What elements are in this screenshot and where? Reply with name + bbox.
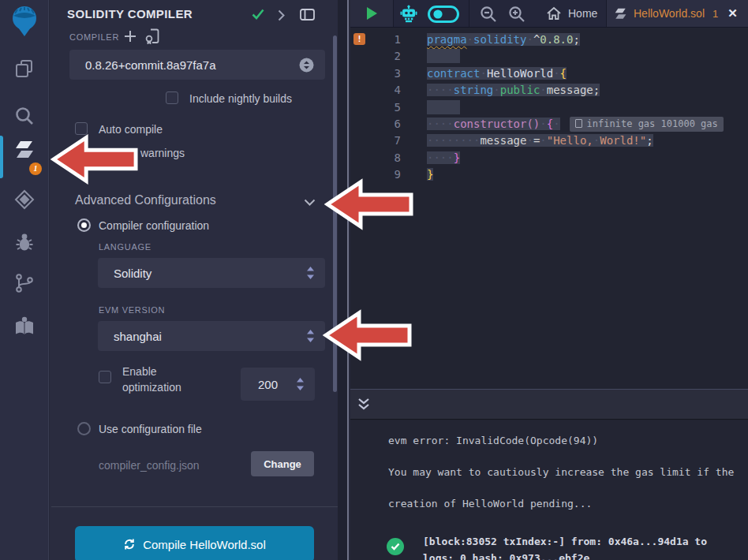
line-number: 4 bbox=[350, 82, 401, 99]
solidity-compiler-icon[interactable] bbox=[0, 140, 48, 159]
compiler-section-label: COMPILER bbox=[69, 32, 119, 42]
line-number: 5 bbox=[350, 99, 401, 116]
arrow-evm-version bbox=[323, 309, 413, 361]
terminal-output[interactable]: evm error: InvalidCode(Opcode(94)) You m… bbox=[350, 420, 748, 560]
evm-version-value: shanghai bbox=[114, 330, 307, 343]
runs-stepper-icon bbox=[297, 378, 304, 390]
solidity-file-icon bbox=[615, 7, 626, 21]
home-tab-label: Home bbox=[568, 7, 597, 20]
version-stepper-icon bbox=[299, 58, 314, 73]
panel-divider bbox=[51, 506, 338, 507]
enable-optimization-checkbox[interactable] bbox=[99, 371, 111, 383]
config-file-name: compiler_config.json bbox=[99, 459, 200, 472]
language-label: LANGUAGE bbox=[99, 242, 151, 252]
git-icon[interactable] bbox=[0, 273, 48, 293]
enable-optimization-label-1: Enable bbox=[122, 365, 157, 378]
deploy-run-icon[interactable] bbox=[0, 189, 48, 210]
line-number: 6 bbox=[350, 116, 401, 133]
language-value: Solidity bbox=[114, 267, 307, 280]
compiler-config-radio-label: Compiler configuration bbox=[99, 219, 209, 232]
line-number: 1 bbox=[350, 32, 401, 48]
run-script-button[interactable] bbox=[350, 0, 394, 27]
change-config-button[interactable]: Change bbox=[251, 451, 314, 476]
evm-version-select[interactable]: shanghai bbox=[98, 321, 325, 351]
learn-icon[interactable] bbox=[0, 315, 48, 338]
code-lines: 1pragma·solidity·^0.8.0;23contract·Hello… bbox=[350, 32, 748, 184]
gas-pump-icon bbox=[575, 119, 582, 128]
line-number: 2 bbox=[350, 48, 401, 65]
code-line[interactable]: 1pragma·solidity·^0.8.0; bbox=[350, 32, 748, 48]
code-line[interactable]: 8····} bbox=[350, 150, 748, 166]
line-number: 3 bbox=[350, 65, 401, 82]
remix-ai-robot-icon[interactable] bbox=[399, 5, 418, 24]
use-config-file-label: Use configuration file bbox=[99, 423, 202, 435]
editor-tabbar: Home HelloWorld.sol 1 ✕ bbox=[350, 0, 748, 28]
select-caret-icon bbox=[307, 267, 314, 279]
nightly-builds-checkbox[interactable] bbox=[166, 91, 178, 104]
panel-title: SOLIDITY COMPILER bbox=[67, 7, 193, 21]
terminal-line: evm error: InvalidCode(Opcode(94)) bbox=[388, 435, 598, 446]
file-tab-badge: 1 bbox=[712, 8, 718, 20]
file-explorer-icon[interactable] bbox=[0, 58, 48, 79]
add-compiler-icon[interactable] bbox=[124, 30, 137, 43]
language-select[interactable]: Solidity bbox=[98, 258, 325, 288]
zoom-in-icon[interactable] bbox=[508, 6, 525, 23]
zoom-out-icon[interactable] bbox=[480, 6, 497, 23]
arrow-advanced-configurations bbox=[324, 178, 414, 230]
code-line[interactable]: 7········message·=·"Hello,·World!"; bbox=[350, 133, 748, 149]
arrow-compiler-plugin bbox=[50, 132, 139, 187]
toolbar-divider bbox=[469, 0, 469, 27]
evm-version-label: EVM VERSION bbox=[99, 305, 165, 315]
tx-summary-line[interactable]: [block:83052 txIndex:-] from: 0x46a...94… bbox=[423, 536, 707, 547]
code-line[interactable]: 3contract·HelloWorld·{ bbox=[350, 65, 748, 82]
split-view-icon[interactable] bbox=[300, 9, 315, 21]
select-caret-icon bbox=[307, 330, 314, 342]
compiler-version-select[interactable]: 0.8.26+commit.8a97fa7a bbox=[69, 50, 325, 80]
nightly-builds-label: Include nightly builds bbox=[189, 92, 292, 105]
run-icon bbox=[365, 6, 378, 21]
file-tab-label: HelloWorld.sol bbox=[634, 7, 705, 20]
hide-warnings-label: warnings bbox=[140, 147, 185, 159]
chevron-right-icon[interactable] bbox=[278, 9, 285, 21]
terminal-line: You may want to cautiously increase the … bbox=[388, 466, 734, 478]
refresh-icon bbox=[123, 538, 136, 551]
activity-bar: 1 bbox=[0, 0, 49, 560]
active-plugin-indicator bbox=[0, 136, 3, 178]
search-icon[interactable] bbox=[0, 106, 48, 126]
tab-helloworld-sol[interactable]: HelloWorld.sol 1 ✕ bbox=[606, 0, 748, 27]
compiler-license-icon[interactable] bbox=[145, 28, 159, 44]
use-config-file-radio[interactable] bbox=[77, 422, 91, 435]
terminal: evm error: InvalidCode(Opcode(94)) You m… bbox=[350, 389, 748, 560]
line-number: 8 bbox=[350, 150, 401, 166]
close-tab-icon[interactable]: ✕ bbox=[727, 6, 738, 21]
compiler-config-radio[interactable] bbox=[77, 218, 91, 232]
gas-estimate-badge[interactable]: infinite gas 101000 gas bbox=[570, 117, 724, 132]
code-line[interactable]: 2 bbox=[350, 48, 748, 65]
compile-button-label: Compile HelloWorld.sol bbox=[143, 538, 266, 551]
advanced-configurations-title[interactable]: Advanced Configurations bbox=[75, 193, 216, 207]
compile-button[interactable]: Compile HelloWorld.sol bbox=[75, 526, 314, 560]
expand-terminal-icon[interactable] bbox=[357, 398, 370, 411]
code-line[interactable]: 4····string·public·message; bbox=[350, 82, 748, 99]
tx-success-icon bbox=[387, 538, 404, 555]
remix-logo-icon bbox=[0, 5, 48, 38]
ai-copilot-toggle[interactable] bbox=[428, 6, 459, 23]
panel-resize-sash[interactable] bbox=[338, 0, 349, 560]
editor-area: Home HelloWorld.sol 1 ✕ ! 1pragma·solidi… bbox=[350, 0, 748, 560]
tx-summary-line[interactable]: logs: 0 hash: 0x973...ebf2e bbox=[423, 552, 589, 560]
code-line[interactable]: 6····constructor()·{·infinite gas 101000… bbox=[350, 116, 748, 133]
code-line[interactable]: 5 bbox=[350, 99, 748, 116]
enable-optimization-label-2: optimization bbox=[122, 381, 181, 394]
optimization-runs-value: 200 bbox=[258, 378, 297, 391]
terminal-drag-bar[interactable] bbox=[350, 389, 748, 420]
compiled-check-icon bbox=[252, 9, 264, 20]
optimization-runs-input[interactable]: 200 bbox=[241, 368, 315, 401]
remix-ide-window: { "colors": { "accent_blue": "#0f7fad", … bbox=[0, 0, 748, 560]
compiler-badge: 1 bbox=[29, 162, 42, 175]
line-number: 7 bbox=[350, 133, 401, 149]
compiler-version-value: 0.8.26+commit.8a97fa7a bbox=[85, 58, 299, 72]
chevron-down-icon[interactable] bbox=[304, 199, 316, 206]
tab-home[interactable]: Home bbox=[537, 0, 607, 27]
terminal-line: creation of HelloWorld pending... bbox=[388, 498, 592, 510]
debugger-icon[interactable] bbox=[0, 232, 48, 252]
